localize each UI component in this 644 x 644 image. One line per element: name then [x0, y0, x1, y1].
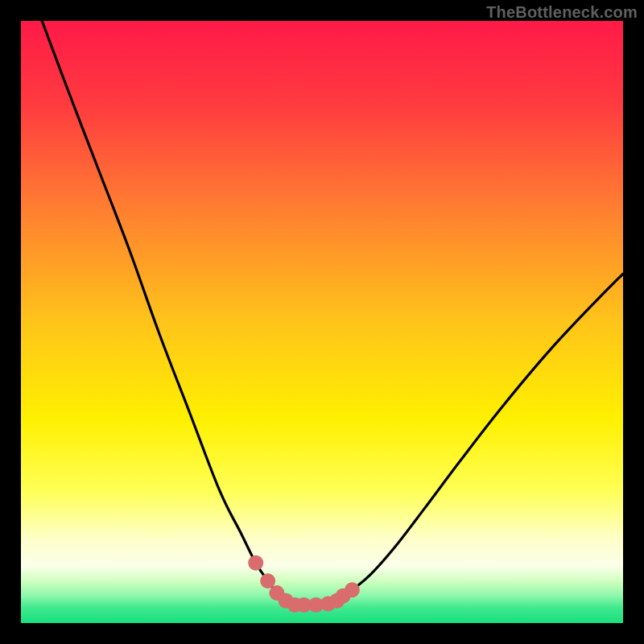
watermark-text: TheBottleneck.com	[486, 3, 638, 22]
highlight-dot	[345, 582, 360, 597]
chart-background-gradient	[21, 21, 623, 623]
bottleneck-chart	[21, 21, 623, 623]
highlight-dot	[248, 555, 263, 571]
chart-frame	[21, 21, 623, 623]
